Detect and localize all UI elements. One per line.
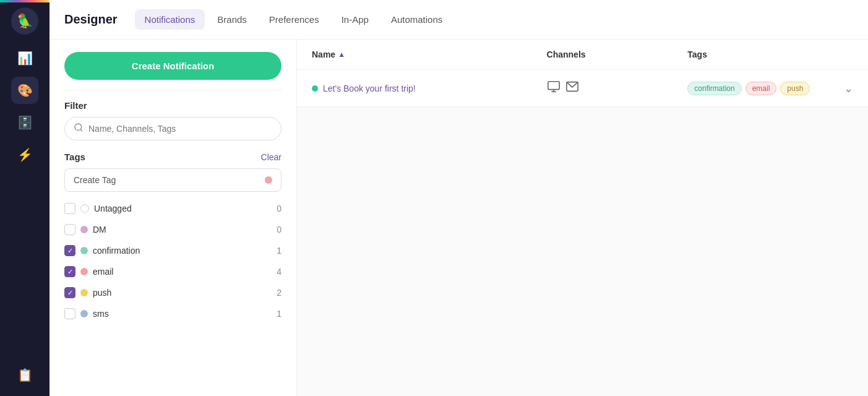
tag-count-email: 4 xyxy=(277,267,281,277)
tag-dot-dm xyxy=(80,226,88,233)
filter-input[interactable] xyxy=(88,124,272,134)
email-channel-icon xyxy=(565,80,579,97)
tag-row-dm: DM 0 xyxy=(64,219,281,240)
analytics-icon: 📊 xyxy=(17,51,33,66)
tag-count-untagged: 0 xyxy=(277,204,281,213)
tag-count-dm: 0 xyxy=(277,225,281,235)
tag-checkbox-push[interactable]: ✓ xyxy=(64,287,75,298)
tag-row-sms: sms 1 xyxy=(64,303,281,324)
col-header-name: Name ▲ xyxy=(312,50,547,59)
tab-brands[interactable]: Brands xyxy=(207,9,257,30)
tag-checkbox-untagged[interactable] xyxy=(64,203,75,214)
tag-label-confirmation: confirmation xyxy=(93,246,272,256)
filter-label: Filter xyxy=(64,100,281,111)
row-tags-cell: confirmation email push xyxy=(687,82,828,95)
tag-dot-push xyxy=(80,289,88,296)
tag-dot-confirmation xyxy=(80,247,88,254)
templates-icon: 📋 xyxy=(17,368,33,382)
main-area: Designer Notifications Brands Preference… xyxy=(49,0,868,396)
tag-checkbox-confirmation[interactable]: ✓ xyxy=(64,245,75,256)
tab-in-app[interactable]: In-App xyxy=(332,9,379,30)
tag-radio-untagged[interactable] xyxy=(80,204,89,213)
tag-badge-email: email xyxy=(746,82,777,95)
create-tag-label: Create Tag xyxy=(74,175,116,185)
create-notification-button[interactable]: Create Notification xyxy=(64,52,281,80)
app-logo[interactable]: 🦜 xyxy=(11,7,38,35)
database-icon: 🗄️ xyxy=(17,115,33,130)
create-tag-button[interactable]: Create Tag xyxy=(64,168,281,192)
filter-input-wrap xyxy=(64,117,281,140)
tags-header: Tags Clear xyxy=(64,152,281,162)
top-navigation: Designer Notifications Brands Preference… xyxy=(49,0,868,40)
tag-checkbox-email[interactable]: ✓ xyxy=(64,266,75,277)
table-row[interactable]: Let's Book your first trip! xyxy=(297,70,868,107)
tag-checkbox-dm[interactable] xyxy=(64,224,75,235)
tag-dot-sms xyxy=(80,310,88,317)
tag-checkbox-sms[interactable] xyxy=(64,308,75,319)
tags-section-title: Tags xyxy=(64,152,85,162)
col-header-channels: Channels xyxy=(547,50,688,59)
tag-row-email: ✓ email 4 xyxy=(64,261,281,282)
right-panel: Name ▲ Channels Tags Let's Book your fir… xyxy=(297,40,868,396)
tag-count-confirmation: 1 xyxy=(277,246,281,256)
screen-channel-icon xyxy=(547,80,561,97)
search-icon xyxy=(74,123,84,135)
col-name-label: Name xyxy=(312,50,335,59)
notification-link[interactable]: Let's Book your first trip! xyxy=(323,84,416,93)
tag-badge-push: push xyxy=(780,82,810,95)
tab-preferences[interactable]: Preferences xyxy=(259,9,329,30)
tab-automations[interactable]: Automations xyxy=(381,9,452,30)
row-channels-cell xyxy=(547,80,688,97)
sidebar-item-analytics[interactable]: 📊 xyxy=(11,45,38,72)
sidebar-item-database[interactable]: 🗄️ xyxy=(11,109,38,136)
designer-icon: 🎨 xyxy=(17,83,33,98)
tag-count-sms: 1 xyxy=(277,309,281,319)
sidebar-item-designer[interactable]: 🎨 xyxy=(11,77,38,104)
tab-notifications[interactable]: Notifications xyxy=(135,9,205,30)
clear-tags-button[interactable]: Clear xyxy=(261,152,281,162)
tag-count-push: 2 xyxy=(277,288,281,298)
row-action-cell: ⌄ xyxy=(828,82,853,95)
tag-badge-confirmation: confirmation xyxy=(687,82,741,95)
tag-row-confirmation: ✓ confirmation 1 xyxy=(64,240,281,261)
svg-point-0 xyxy=(75,124,82,131)
col-header-tags: Tags xyxy=(687,50,828,59)
svg-rect-2 xyxy=(548,82,559,90)
status-dot-active xyxy=(312,85,318,92)
expand-row-icon[interactable]: ⌄ xyxy=(844,82,853,95)
tag-label-sms: sms xyxy=(93,309,272,319)
sort-arrow-icon[interactable]: ▲ xyxy=(338,50,345,59)
tag-dot-email xyxy=(80,268,88,275)
logo-icon: 🦜 xyxy=(17,13,33,29)
svg-line-1 xyxy=(80,129,82,131)
tag-label-dm: DM xyxy=(93,225,272,235)
tag-row-untagged: Untagged 0 xyxy=(64,198,281,219)
divider xyxy=(64,90,281,90)
app-title: Designer xyxy=(64,12,118,27)
content-area: Create Notification Filter Tags Clear Cr… xyxy=(49,40,868,396)
row-name-cell: Let's Book your first trip! xyxy=(312,84,547,93)
table-header: Name ▲ Channels Tags xyxy=(297,40,868,70)
sidebar-item-integrations[interactable]: ⚡ xyxy=(11,141,38,168)
left-panel: Create Notification Filter Tags Clear Cr… xyxy=(49,40,297,396)
tag-label-push: push xyxy=(93,288,272,298)
tag-label-email: email xyxy=(93,267,272,277)
sidebar-item-templates[interactable]: 📋 xyxy=(11,361,38,389)
integrations-icon: ⚡ xyxy=(17,147,33,162)
tag-row-push: ✓ push 2 xyxy=(64,282,281,303)
tag-label-untagged: Untagged xyxy=(94,204,272,213)
sidebar: 🦜 📊 🎨 🗄️ ⚡ 📋 xyxy=(0,0,49,396)
create-tag-dot xyxy=(265,176,272,184)
